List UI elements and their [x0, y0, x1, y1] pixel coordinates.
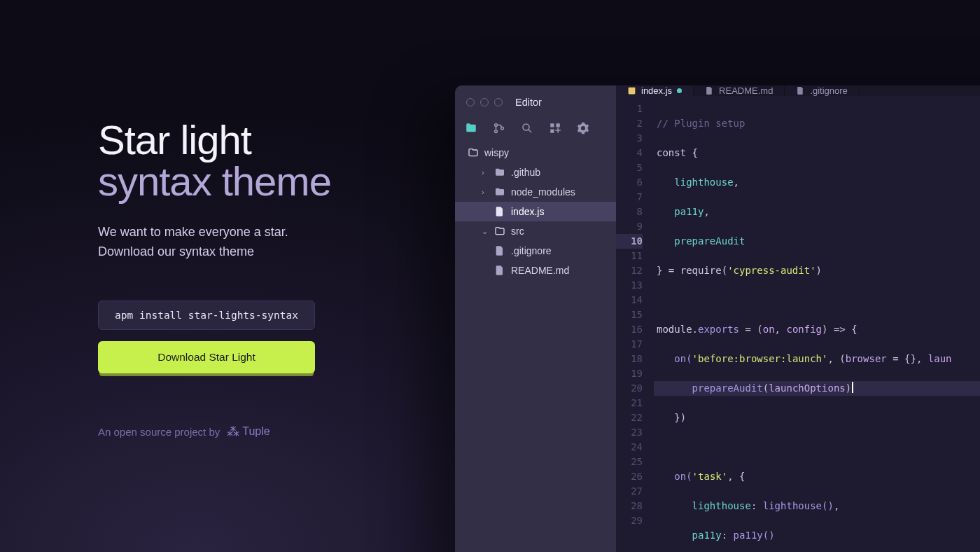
- window-title: Editor: [515, 97, 542, 108]
- code-lines: // Plugin setup const { lighthouse, pa11…: [654, 102, 980, 552]
- project-root[interactable]: wispy: [455, 143, 616, 163]
- editor-sidebar: Editor wispy › .github › node_modules: [455, 85, 616, 552]
- install-command[interactable]: apm install star-lights-syntax: [98, 301, 315, 330]
- code-area[interactable]: 1234567891011121314151617181920212223242…: [616, 96, 980, 552]
- svg-point-3: [523, 124, 529, 130]
- tab-readme[interactable]: README.md: [694, 85, 785, 96]
- cursor-icon: [852, 382, 853, 393]
- tab-bar: index.js README.md .gitignore: [616, 85, 980, 96]
- svg-rect-4: [550, 123, 554, 127]
- tree-file-gitignore[interactable]: .gitignore: [455, 241, 616, 261]
- brand-logo[interactable]: ⁂ Tuple: [227, 424, 270, 439]
- line-gutter: 1234567891011121314151617181920212223242…: [616, 102, 654, 552]
- dirty-dot-icon: [677, 88, 682, 93]
- tree-folder-github[interactable]: › .github: [455, 163, 616, 182]
- tree-folder-src[interactable]: ⌄ src: [455, 221, 616, 241]
- gear-icon[interactable]: [577, 122, 589, 134]
- svg-rect-7: [629, 88, 636, 95]
- sidebar-icons: [455, 119, 616, 140]
- chevron-right-icon: ›: [482, 168, 489, 177]
- search-icon[interactable]: [521, 122, 533, 134]
- traffic-close-icon[interactable]: [466, 98, 475, 106]
- tuple-icon: ⁂: [227, 424, 239, 439]
- credit-line: An open source project by ⁂ Tuple: [98, 424, 420, 439]
- title-primary: Star light: [98, 117, 251, 163]
- traffic-min-icon[interactable]: [480, 98, 489, 106]
- tree-file-index[interactable]: index.js: [455, 202, 616, 221]
- chevron-right-icon: ›: [482, 188, 489, 196]
- tab-gitignore[interactable]: .gitignore: [785, 85, 859, 96]
- svg-rect-6: [550, 130, 554, 133]
- tab-index[interactable]: index.js: [616, 85, 694, 96]
- traffic-max-icon[interactable]: [494, 98, 503, 106]
- files-icon[interactable]: [465, 122, 477, 134]
- title-secondary: syntax theme: [98, 158, 331, 204]
- editor-main: index.js README.md .gitignore 1234567891…: [616, 85, 980, 552]
- tree-file-readme[interactable]: README.md: [455, 261, 616, 280]
- svg-point-2: [501, 127, 504, 130]
- git-icon[interactable]: [493, 122, 505, 134]
- apps-icon[interactable]: [549, 122, 561, 134]
- svg-point-0: [495, 124, 498, 127]
- tree-folder-nodemodules[interactable]: › node_modules: [455, 182, 616, 202]
- svg-rect-5: [556, 123, 560, 127]
- download-button[interactable]: Download Star Light: [98, 341, 315, 373]
- editor-window: Editor wispy › .github › node_modules: [455, 85, 980, 552]
- svg-point-1: [495, 130, 498, 133]
- titlebar: Editor: [455, 85, 616, 119]
- file-tree: wispy › .github › node_modules index.js …: [455, 140, 616, 280]
- page-title: Star light syntax theme: [98, 119, 420, 202]
- subtitle: We want to make everyone a star. Downloa…: [98, 223, 420, 262]
- chevron-down-icon: ⌄: [482, 227, 489, 236]
